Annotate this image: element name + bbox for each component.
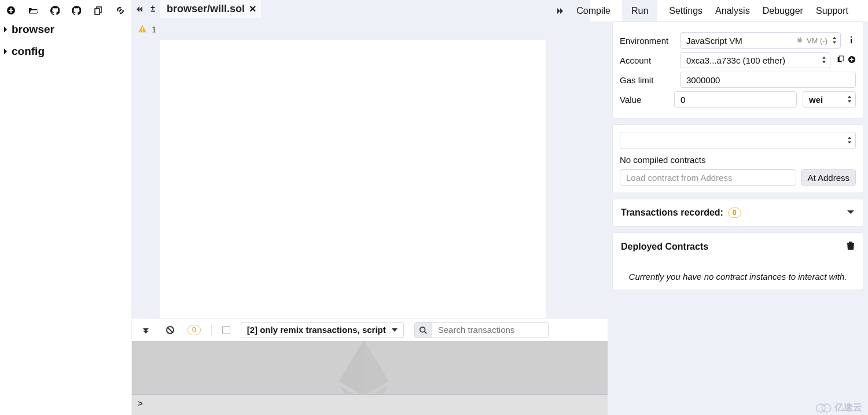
watermark-text: 亿速云 bbox=[834, 402, 862, 414]
chevron-updown-icon bbox=[822, 55, 826, 65]
environment-value: JavaScript VM bbox=[686, 36, 742, 46]
tab-debugger[interactable]: Debugger bbox=[762, 0, 804, 21]
svg-rect-9 bbox=[851, 36, 852, 38]
clear-terminal-icon[interactable] bbox=[163, 324, 177, 336]
right-panel-tabs: Compile Run Settings Analysis Debugger S… bbox=[590, 0, 868, 21]
tab-compile[interactable]: Compile bbox=[575, 0, 612, 21]
chevron-updown-icon bbox=[832, 36, 837, 46]
transactions-recorded-panel[interactable]: Transactions recorded: 0 bbox=[612, 199, 863, 227]
scroll-tabs-left-icon[interactable] bbox=[132, 0, 146, 18]
tx-search bbox=[414, 322, 549, 338]
tx-search-input[interactable] bbox=[432, 323, 548, 338]
folder-item-browser[interactable]: browser bbox=[0, 18, 131, 40]
contract-select[interactable] bbox=[620, 132, 856, 149]
trash-icon[interactable] bbox=[847, 241, 855, 252]
copy-account-icon[interactable] bbox=[836, 55, 844, 65]
value-label: Value bbox=[620, 95, 668, 105]
divider bbox=[211, 324, 212, 336]
deployed-contracts-panel: Deployed Contracts Currently you have no… bbox=[612, 232, 863, 290]
svg-rect-12 bbox=[839, 55, 843, 61]
contract-panel: No compiled contracts At Address bbox=[612, 124, 863, 193]
folder-label: config bbox=[12, 45, 45, 58]
editor-gutter: 1 bbox=[132, 18, 608, 40]
tab-run[interactable]: Run bbox=[622, 0, 657, 21]
file-toolbar bbox=[0, 0, 131, 18]
close-tab-icon[interactable]: ✕ bbox=[249, 3, 256, 14]
copy-files-icon[interactable] bbox=[92, 5, 105, 16]
environment-select[interactable]: JavaScript VM VM (-) bbox=[680, 32, 841, 49]
tab-active-file[interactable]: browser/will.sol ✕ bbox=[160, 0, 261, 18]
value-unit-select[interactable]: wei bbox=[803, 91, 856, 108]
gas-limit-label: Gas limit bbox=[620, 75, 674, 85]
chevron-down-icon[interactable] bbox=[847, 208, 855, 217]
chevron-updown-icon bbox=[847, 136, 852, 146]
watermark: 亿速云 bbox=[816, 402, 862, 414]
scroll-tabs-right-icon[interactable] bbox=[557, 0, 565, 21]
gas-limit-row: Gas limit bbox=[620, 72, 856, 88]
terminal-output[interactable]: > bbox=[132, 341, 608, 415]
chevron-updown-icon bbox=[847, 95, 852, 105]
environment-label: Environment bbox=[620, 36, 674, 46]
editor-area bbox=[132, 40, 608, 318]
svg-point-8 bbox=[420, 327, 425, 332]
editor-tab-bar: +− browser/will.sol ✕ bbox=[132, 0, 608, 18]
warning-icon bbox=[138, 24, 147, 34]
warning-count: 1 bbox=[152, 24, 156, 34]
prompt-symbol: > bbox=[138, 398, 143, 408]
svg-rect-4 bbox=[95, 9, 100, 14]
no-compiled-note: No compiled contracts bbox=[620, 155, 856, 165]
svg-rect-6 bbox=[142, 31, 143, 32]
account-row: Account 0xca3...a733c (100 ether) bbox=[620, 52, 856, 68]
svg-rect-10 bbox=[851, 39, 852, 43]
plug-icon bbox=[796, 36, 803, 45]
info-icon[interactable] bbox=[847, 35, 856, 46]
toggle-terminal-icon[interactable] bbox=[139, 324, 153, 336]
tab-support[interactable]: Support bbox=[815, 0, 849, 21]
transactions-recorded-label: Transactions recorded: bbox=[621, 208, 723, 218]
svg-rect-2 bbox=[9, 10, 13, 11]
tab-settings[interactable]: Settings bbox=[668, 0, 704, 21]
account-label: Account bbox=[620, 55, 674, 65]
svg-rect-15 bbox=[850, 59, 854, 60]
editor-margin-right bbox=[546, 40, 608, 318]
terminal-toolbar: 0 [2] only remix transactions, script bbox=[132, 318, 608, 341]
contract-address-input[interactable] bbox=[620, 169, 796, 186]
github-alt-icon[interactable] bbox=[70, 5, 83, 16]
environment-row: Environment JavaScript VM VM (-) bbox=[620, 32, 856, 49]
open-folder-icon[interactable] bbox=[27, 5, 39, 16]
value-unit: wei bbox=[809, 95, 823, 105]
new-file-icon[interactable] bbox=[5, 5, 17, 16]
run-config-panel: Environment JavaScript VM VM (-) Account… bbox=[612, 21, 863, 118]
run-panel: Environment JavaScript VM VM (-) Account… bbox=[608, 21, 868, 415]
deployed-empty-message: Currently you have no contract instances… bbox=[621, 272, 855, 281]
tab-label: browser/will.sol bbox=[167, 3, 245, 15]
value-row: Value wei bbox=[620, 91, 856, 108]
account-select[interactable]: 0xca3...a733c (100 ether) bbox=[680, 52, 830, 68]
caret-right-icon bbox=[3, 48, 8, 55]
terminal-prompt[interactable]: > bbox=[132, 394, 608, 415]
code-editor[interactable] bbox=[160, 40, 546, 318]
center-column: +− browser/will.sol ✕ 1 0 [2] only remix… bbox=[132, 0, 608, 415]
at-address-button[interactable]: At Address bbox=[801, 169, 856, 186]
deployed-contracts-label: Deployed Contracts bbox=[621, 242, 708, 252]
folder-item-config[interactable]: config bbox=[0, 40, 131, 62]
tx-filter-label: [2] only remix transactions, script bbox=[247, 325, 386, 335]
transactions-recorded-count: 0 bbox=[728, 208, 741, 218]
github-icon[interactable] bbox=[49, 5, 61, 16]
file-explorer: browser config bbox=[0, 0, 132, 415]
listen-network-checkbox[interactable] bbox=[222, 326, 230, 334]
svg-point-17 bbox=[822, 404, 831, 412]
expand-collapse-icon[interactable]: +− bbox=[146, 0, 160, 18]
search-icon[interactable] bbox=[415, 323, 432, 338]
caret-right-icon bbox=[3, 26, 8, 33]
pending-tx-count: 0 bbox=[187, 325, 201, 335]
account-value: 0xca3...a733c (100 ether) bbox=[686, 55, 785, 65]
gas-limit-input[interactable] bbox=[680, 72, 856, 88]
folder-label: browser bbox=[12, 23, 54, 36]
tx-filter-select[interactable]: [2] only remix transactions, script bbox=[241, 322, 404, 338]
link-icon[interactable] bbox=[114, 5, 127, 16]
add-account-icon[interactable] bbox=[848, 55, 856, 65]
value-input[interactable] bbox=[674, 91, 797, 108]
vm-status: VM (-) bbox=[807, 36, 827, 45]
tab-analysis[interactable]: Analysis bbox=[714, 0, 751, 21]
